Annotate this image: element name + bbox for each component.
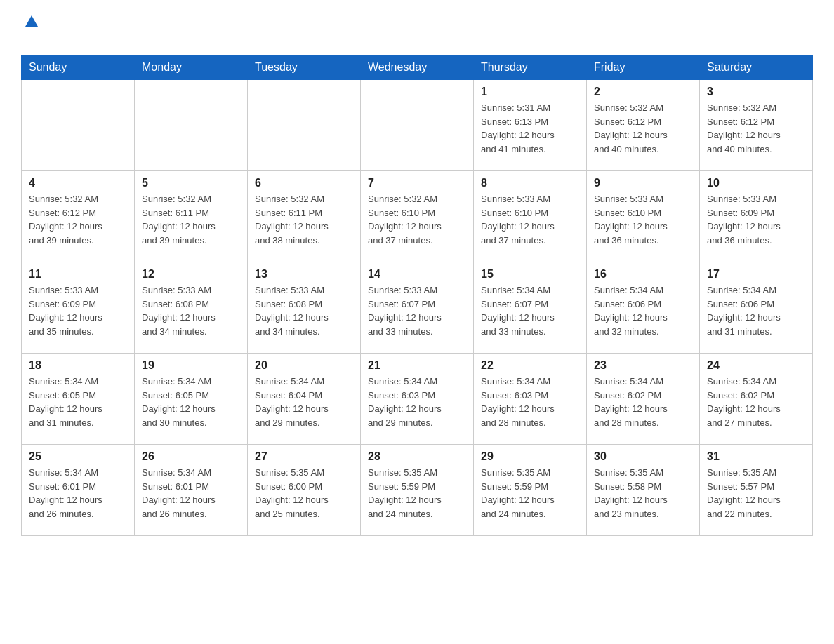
calendar-day — [361, 80, 474, 171]
calendar-day: 21Sunrise: 5:34 AM Sunset: 6:03 PM Dayli… — [361, 354, 474, 445]
day-info: Sunrise: 5:34 AM Sunset: 6:02 PM Dayligh… — [707, 375, 805, 429]
day-info: Sunrise: 5:33 AM Sunset: 6:09 PM Dayligh… — [29, 283, 127, 338]
day-info: Sunrise: 5:33 AM Sunset: 6:09 PM Dayligh… — [707, 192, 805, 247]
day-info: Sunrise: 5:34 AM Sunset: 6:07 PM Dayligh… — [481, 283, 579, 338]
calendar-table: SundayMondayTuesdayWednesdayThursdayFrid… — [21, 55, 813, 536]
calendar-day: 12Sunrise: 5:33 AM Sunset: 6:08 PM Dayli… — [135, 262, 248, 354]
day-info: Sunrise: 5:32 AM Sunset: 6:12 PM Dayligh… — [29, 192, 127, 247]
day-info: Sunrise: 5:32 AM Sunset: 6:11 PM Dayligh… — [142, 192, 240, 247]
day-number: 6 — [255, 177, 353, 189]
logo — [21, 14, 39, 48]
day-info: Sunrise: 5:34 AM Sunset: 6:02 PM Dayligh… — [594, 375, 692, 429]
calendar-header-row: SundayMondayTuesdayWednesdayThursdayFrid… — [22, 55, 813, 80]
calendar-day: 29Sunrise: 5:35 AM Sunset: 5:59 PM Dayli… — [474, 445, 587, 536]
day-info: Sunrise: 5:32 AM Sunset: 6:12 PM Dayligh… — [707, 101, 805, 156]
calendar-day: 20Sunrise: 5:34 AM Sunset: 6:04 PM Dayli… — [248, 354, 361, 445]
day-number: 19 — [142, 359, 240, 372]
logo-triangle-icon — [24, 14, 39, 29]
day-number: 10 — [707, 177, 805, 189]
day-number: 23 — [594, 359, 692, 372]
day-info: Sunrise: 5:35 AM Sunset: 5:59 PM Dayligh… — [481, 466, 579, 521]
day-info: Sunrise: 5:34 AM Sunset: 6:03 PM Dayligh… — [368, 375, 466, 429]
calendar-header-tuesday: Tuesday — [248, 55, 361, 80]
calendar-day: 11Sunrise: 5:33 AM Sunset: 6:09 PM Dayli… — [22, 262, 135, 354]
calendar-day: 30Sunrise: 5:35 AM Sunset: 5:58 PM Dayli… — [587, 445, 700, 536]
calendar-week-row: 4Sunrise: 5:32 AM Sunset: 6:12 PM Daylig… — [22, 171, 813, 262]
calendar-day — [135, 80, 248, 171]
calendar-week-row: 25Sunrise: 5:34 AM Sunset: 6:01 PM Dayli… — [22, 445, 813, 536]
day-info: Sunrise: 5:33 AM Sunset: 6:10 PM Dayligh… — [481, 192, 579, 247]
day-info: Sunrise: 5:33 AM Sunset: 6:08 PM Dayligh… — [255, 283, 353, 338]
day-info: Sunrise: 5:35 AM Sunset: 5:59 PM Dayligh… — [368, 466, 466, 521]
day-number: 30 — [594, 450, 692, 463]
calendar-week-row: 11Sunrise: 5:33 AM Sunset: 6:09 PM Dayli… — [22, 262, 813, 354]
calendar-day: 3Sunrise: 5:32 AM Sunset: 6:12 PM Daylig… — [700, 80, 813, 171]
calendar-day: 15Sunrise: 5:34 AM Sunset: 6:07 PM Dayli… — [474, 262, 587, 354]
day-number: 9 — [594, 177, 692, 189]
svg-marker-0 — [25, 15, 38, 27]
day-info: Sunrise: 5:34 AM Sunset: 6:04 PM Dayligh… — [255, 375, 353, 429]
day-number: 15 — [481, 268, 579, 281]
day-info: Sunrise: 5:34 AM Sunset: 6:03 PM Dayligh… — [481, 375, 579, 429]
day-number: 29 — [481, 450, 579, 463]
calendar-header-monday: Monday — [135, 55, 248, 80]
calendar-day: 22Sunrise: 5:34 AM Sunset: 6:03 PM Dayli… — [474, 354, 587, 445]
day-number: 17 — [707, 268, 805, 281]
day-number: 7 — [368, 177, 466, 189]
day-number: 5 — [142, 177, 240, 189]
calendar-header-friday: Friday — [587, 55, 700, 80]
calendar-header-wednesday: Wednesday — [361, 55, 474, 80]
day-number: 25 — [29, 450, 127, 463]
day-number: 20 — [255, 359, 353, 372]
calendar-day: 23Sunrise: 5:34 AM Sunset: 6:02 PM Dayli… — [587, 354, 700, 445]
day-info: Sunrise: 5:34 AM Sunset: 6:06 PM Dayligh… — [707, 283, 805, 338]
calendar-header-saturday: Saturday — [700, 55, 813, 80]
day-info: Sunrise: 5:33 AM Sunset: 6:10 PM Dayligh… — [594, 192, 692, 247]
day-number: 26 — [142, 450, 240, 463]
calendar-day: 25Sunrise: 5:34 AM Sunset: 6:01 PM Dayli… — [22, 445, 135, 536]
day-number: 12 — [142, 268, 240, 281]
calendar-day: 19Sunrise: 5:34 AM Sunset: 6:05 PM Dayli… — [135, 354, 248, 445]
day-info: Sunrise: 5:33 AM Sunset: 6:08 PM Dayligh… — [142, 283, 240, 338]
calendar-day: 13Sunrise: 5:33 AM Sunset: 6:08 PM Dayli… — [248, 262, 361, 354]
calendar-day: 1Sunrise: 5:31 AM Sunset: 6:13 PM Daylig… — [474, 80, 587, 171]
calendar-day: 26Sunrise: 5:34 AM Sunset: 6:01 PM Dayli… — [135, 445, 248, 536]
day-number: 21 — [368, 359, 466, 372]
calendar-day — [22, 80, 135, 171]
day-number: 16 — [594, 268, 692, 281]
day-info: Sunrise: 5:33 AM Sunset: 6:07 PM Dayligh… — [368, 283, 466, 338]
day-info: Sunrise: 5:34 AM Sunset: 6:05 PM Dayligh… — [142, 375, 240, 429]
day-number: 11 — [29, 268, 127, 281]
calendar-day: 7Sunrise: 5:32 AM Sunset: 6:10 PM Daylig… — [361, 171, 474, 262]
day-info: Sunrise: 5:34 AM Sunset: 6:06 PM Dayligh… — [594, 283, 692, 338]
day-info: Sunrise: 5:35 AM Sunset: 5:58 PM Dayligh… — [594, 466, 692, 521]
calendar-day: 24Sunrise: 5:34 AM Sunset: 6:02 PM Dayli… — [700, 354, 813, 445]
day-number: 31 — [707, 450, 805, 463]
day-number: 2 — [594, 86, 692, 98]
calendar-day: 14Sunrise: 5:33 AM Sunset: 6:07 PM Dayli… — [361, 262, 474, 354]
day-info: Sunrise: 5:35 AM Sunset: 6:00 PM Dayligh… — [255, 466, 353, 521]
day-number: 28 — [368, 450, 466, 463]
day-number: 24 — [707, 359, 805, 372]
calendar-week-row: 1Sunrise: 5:31 AM Sunset: 6:13 PM Daylig… — [22, 80, 813, 171]
day-info: Sunrise: 5:32 AM Sunset: 6:11 PM Dayligh… — [255, 192, 353, 247]
calendar-day: 6Sunrise: 5:32 AM Sunset: 6:11 PM Daylig… — [248, 171, 361, 262]
calendar-day: 28Sunrise: 5:35 AM Sunset: 5:59 PM Dayli… — [361, 445, 474, 536]
day-info: Sunrise: 5:35 AM Sunset: 5:57 PM Dayligh… — [707, 466, 805, 521]
day-number: 18 — [29, 359, 127, 372]
calendar-week-row: 18Sunrise: 5:34 AM Sunset: 6:05 PM Dayli… — [22, 354, 813, 445]
day-number: 8 — [481, 177, 579, 189]
calendar-day: 5Sunrise: 5:32 AM Sunset: 6:11 PM Daylig… — [135, 171, 248, 262]
day-info: Sunrise: 5:31 AM Sunset: 6:13 PM Dayligh… — [481, 101, 579, 156]
calendar-day: 16Sunrise: 5:34 AM Sunset: 6:06 PM Dayli… — [587, 262, 700, 354]
calendar-header-thursday: Thursday — [474, 55, 587, 80]
calendar-day: 10Sunrise: 5:33 AM Sunset: 6:09 PM Dayli… — [700, 171, 813, 262]
calendar-day: 31Sunrise: 5:35 AM Sunset: 5:57 PM Dayli… — [700, 445, 813, 536]
calendar-header-sunday: Sunday — [22, 55, 135, 80]
calendar-day: 18Sunrise: 5:34 AM Sunset: 6:05 PM Dayli… — [22, 354, 135, 445]
calendar-day — [248, 80, 361, 171]
day-number: 3 — [707, 86, 805, 98]
day-info: Sunrise: 5:32 AM Sunset: 6:12 PM Dayligh… — [594, 101, 692, 156]
day-number: 27 — [255, 450, 353, 463]
day-number: 13 — [255, 268, 353, 281]
